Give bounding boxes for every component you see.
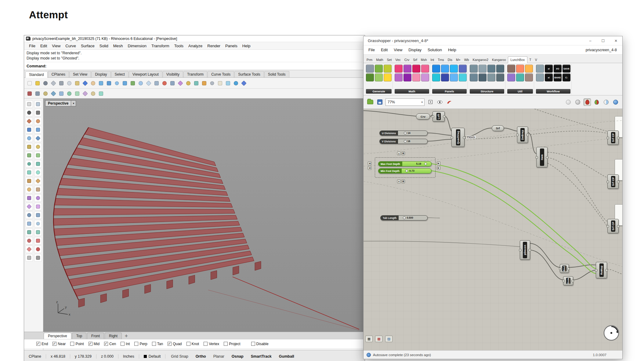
tools-icon[interactable]	[366, 65, 374, 73]
world-globe-icon[interactable]	[232, 80, 240, 87]
status-field[interactable]: Default	[139, 354, 166, 359]
grasshopper-menu-item[interactable]: Edit	[378, 47, 391, 53]
rhino-menu-item[interactable]: Help	[240, 43, 253, 49]
rhino-menu-item[interactable]: Tools	[172, 43, 186, 49]
rhino-menu-item[interactable]: Solid	[97, 43, 111, 49]
zoom-extents-icon[interactable]	[113, 80, 121, 87]
palette-group-label[interactable]: Math	[395, 89, 429, 94]
bounds-component[interactable]: Bnd	[560, 264, 569, 273]
sweep-surface-icon[interactable]	[34, 169, 42, 176]
wave-grid-icon[interactable]	[459, 73, 467, 81]
chevron-down-icon[interactable]: ▾	[71, 100, 76, 106]
category-tab[interactable]: Vec	[393, 57, 403, 63]
checkbox-icon[interactable]	[186, 342, 190, 346]
clipping-plane-icon[interactable]	[34, 90, 41, 97]
remap-component[interactable]: ReMap	[596, 262, 607, 278]
command-history[interactable]: Display mode set to "Rendered". Display …	[24, 50, 365, 70]
triangle-panel-icon[interactable]	[375, 65, 383, 73]
diamond-grid-icon[interactable]	[432, 65, 440, 73]
minimize-button[interactable]: –	[584, 36, 597, 45]
open-folder-icon[interactable]	[34, 80, 41, 87]
osnap-toggle[interactable]: Mid	[89, 342, 99, 346]
nudge-up-handle[interactable]	[397, 152, 401, 155]
layer-state-icon[interactable]	[34, 254, 42, 262]
grasshopper-menu-item[interactable]: Solution	[425, 47, 445, 53]
sort-util-icon[interactable]	[525, 65, 533, 73]
grid-toggle-icon[interactable]	[208, 80, 216, 87]
viewport-tab[interactable]: Perspective	[44, 333, 71, 339]
checkbox-icon[interactable]	[168, 342, 172, 346]
link-icon[interactable]	[536, 73, 544, 81]
move-icon[interactable]	[25, 211, 33, 219]
surface-plane-icon[interactable]	[25, 152, 33, 159]
frame-structure-icon[interactable]	[487, 73, 495, 81]
direction-arrow-icon[interactable]	[89, 90, 97, 97]
angle-measure-icon[interactable]	[58, 90, 65, 97]
category-tab[interactable]: Int	[429, 57, 436, 63]
curvature-graph-icon[interactable]	[97, 90, 105, 97]
move-tool-icon[interactable]	[169, 80, 176, 87]
rhino-menu-item[interactable]: Curve	[63, 43, 78, 49]
bake-icon[interactable]: BAKE	[554, 73, 562, 81]
status-field[interactable]: x 46.818	[46, 354, 70, 359]
cone-shape-icon[interactable]	[395, 73, 403, 81]
undo-arrow-icon[interactable]	[81, 80, 89, 87]
nudge-right-handle[interactable]	[437, 162, 440, 165]
toolbar-tab[interactable]: Viewport Layout	[129, 71, 162, 77]
rhino-menu-item[interactable]: Panels	[223, 43, 240, 49]
extrude-surface-icon[interactable]	[25, 160, 33, 168]
hex-grid-icon[interactable]	[459, 65, 467, 73]
slider-grip[interactable]	[424, 163, 427, 165]
checkbox-icon[interactable]	[70, 342, 74, 346]
status-mode-toggle[interactable]: Grid Snap	[167, 354, 192, 359]
rhino-menu-item[interactable]: Dimension	[125, 43, 149, 49]
toolbar-tab[interactable]: Select	[111, 71, 128, 77]
preview-visibility-icon[interactable]	[436, 98, 443, 106]
min-foot-depth-slider[interactable]: Min Foot Depth 0.73	[378, 168, 432, 173]
mirror-object-icon[interactable]	[25, 228, 33, 236]
surface-corner-icon[interactable]	[34, 152, 42, 159]
category-tab[interactable]: Kangaroo	[490, 57, 508, 63]
zoom-dynamic-icon[interactable]	[97, 80, 105, 87]
status-field[interactable]: Inches	[118, 354, 139, 359]
zoom-window-icon[interactable]	[105, 80, 113, 87]
category-tab[interactable]: Trns	[436, 57, 446, 63]
braced-frame-icon[interactable]	[496, 65, 504, 73]
shaded-mode-icon[interactable]	[161, 80, 168, 87]
flatten-util-icon[interactable]	[516, 73, 524, 81]
join-tool-icon[interactable]	[25, 245, 33, 253]
pdecon-component[interactable]: pDecon	[520, 240, 530, 260]
rhino-menu-item[interactable]: Surface	[78, 43, 97, 49]
explode-tool-icon[interactable]	[34, 245, 42, 253]
viewport-title-menu[interactable]: Perspective ▾	[45, 100, 76, 106]
ring-icon[interactable]	[421, 73, 429, 81]
status-mode-toggle[interactable]: Planar	[210, 354, 228, 359]
list-util-icon[interactable]	[516, 65, 524, 73]
quad-grid-icon[interactable]	[441, 65, 449, 73]
tower-structure-icon[interactable]	[470, 73, 478, 81]
io-icon[interactable]: I/O	[554, 65, 562, 73]
rhino-menu-item[interactable]: Analyze	[186, 43, 205, 49]
canvas-compass-widget[interactable]	[602, 324, 620, 342]
category-tab[interactable]: LunchBox	[508, 56, 528, 63]
pan-icon[interactable]	[122, 334, 130, 339]
scale-tool-icon[interactable]	[185, 80, 192, 87]
pointcloud-icon[interactable]	[34, 109, 42, 116]
zoom-level-select[interactable]: 77%	[385, 98, 425, 106]
spiral-icon[interactable]	[412, 73, 420, 81]
palette-group-label[interactable]: Util	[507, 89, 533, 94]
save-file-icon[interactable]	[376, 98, 383, 106]
viewport-tab[interactable]: Top	[72, 333, 86, 339]
toolbar-tab[interactable]: Surface Tools	[234, 71, 264, 77]
display-mode-icon[interactable]	[145, 80, 152, 87]
canvas-panels-icon[interactable]: ▨	[385, 336, 393, 342]
checkbox-icon[interactable]	[204, 342, 208, 346]
group-grid-handle[interactable]	[401, 152, 405, 155]
sphere-shape-icon[interactable]	[421, 65, 429, 73]
osnap-toggle[interactable]: End	[36, 342, 48, 346]
palette-group-label[interactable]: Generate	[366, 89, 392, 94]
quad-panel-icon[interactable]	[384, 65, 392, 73]
mesh-preview-icon[interactable]	[602, 98, 610, 106]
exclaim2-icon[interactable]: x!	[545, 73, 553, 81]
group-objects-icon[interactable]	[25, 254, 33, 262]
